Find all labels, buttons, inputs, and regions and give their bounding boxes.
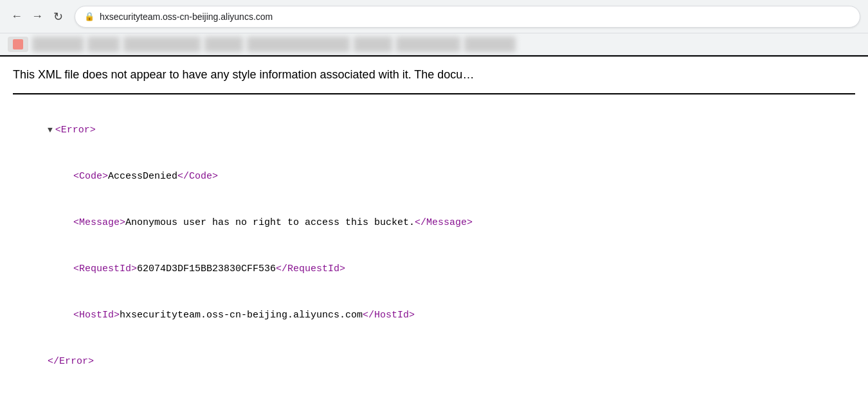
bookmark-favicon-red <box>13 39 23 49</box>
bookmark-item-6[interactable] <box>354 37 392 52</box>
code-close-tag: </Code> <box>177 171 218 182</box>
message-open-tag: <Message> <box>73 217 125 228</box>
bookmark-item-4[interactable] <box>204 37 243 52</box>
content-divider <box>13 93 855 94</box>
bookmarks-bar <box>0 33 868 55</box>
address-bar[interactable]: 🔒 hxsecurityteam.oss-cn-beijing.aliyuncs… <box>75 6 860 28</box>
hostid-value: hxsecurityteam.oss-cn-beijing.aliyuncs.c… <box>120 310 363 321</box>
lock-icon: 🔒 <box>84 12 95 21</box>
bookmark-item-8[interactable] <box>464 37 516 52</box>
code-open-tag: <Code> <box>73 171 108 182</box>
hostid-open-tag: <HostId> <box>73 310 120 321</box>
error-open-line: ▼<Error> <box>13 107 855 154</box>
browser-chrome: ← → ↻ 🔒 hxsecurityteam.oss-cn-beijing.al… <box>0 0 868 33</box>
requestid-line: <RequestId>62074D3DF15BB23830CFF536</Req… <box>13 246 855 292</box>
hostid-line: <HostId>hxsecurityteam.oss-cn-beijing.al… <box>13 292 855 339</box>
error-close-tag: </Error> <box>48 356 94 367</box>
forward-button[interactable]: → <box>28 8 46 26</box>
nav-buttons: ← → ↻ <box>8 8 67 26</box>
url-text: hxsecurityteam.oss-cn-beijing.aliyuncs.c… <box>100 12 273 22</box>
requestid-value: 62074D3DF15BB23830CFF536 <box>137 263 276 274</box>
bookmark-item-5[interactable] <box>247 37 350 52</box>
message-value: Anonymous user has no right to access th… <box>125 217 415 228</box>
bookmark-item-7[interactable] <box>396 37 460 52</box>
error-open-tag: <Error> <box>55 125 96 136</box>
code-line: <Code>AccessDenied</Code> <box>13 154 855 200</box>
bookmark-item-3[interactable] <box>123 37 201 52</box>
bookmark-item-0[interactable] <box>8 37 28 52</box>
code-value: AccessDenied <box>108 171 177 182</box>
requestid-close-tag: </RequestId> <box>276 263 345 274</box>
requestid-open-tag: <RequestId> <box>73 263 137 274</box>
xml-toggle[interactable]: ▼ <box>48 125 53 135</box>
reload-button[interactable]: ↻ <box>49 8 67 26</box>
main-content: This XML file does not appear to have an… <box>0 57 868 400</box>
message-close-tag: </Message> <box>415 217 473 228</box>
xml-notice: This XML file does not appear to have an… <box>13 67 855 83</box>
bookmark-item-2[interactable] <box>87 37 120 52</box>
hostid-close-tag: </HostId> <box>363 310 415 321</box>
message-line: <Message>Anonymous user has no right to … <box>13 200 855 246</box>
xml-tree: ▼<Error> <Code>AccessDenied</Code> <Mess… <box>13 102 855 390</box>
error-close-line: </Error> <box>13 339 855 385</box>
bookmark-item-1[interactable] <box>32 37 84 52</box>
back-button[interactable]: ← <box>8 8 26 26</box>
